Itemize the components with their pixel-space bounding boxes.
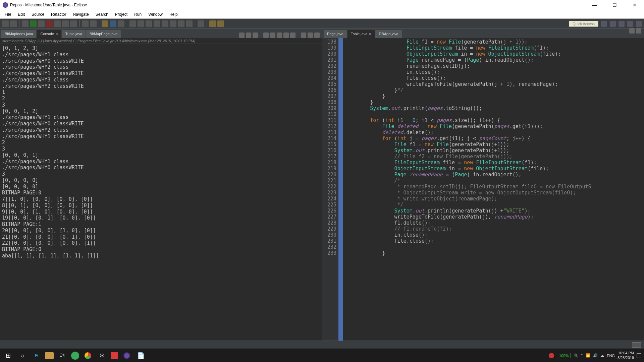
code-line: System.out.println(pages.toString()); <box>346 105 641 111</box>
step-into-button[interactable] <box>62 20 69 27</box>
power-icon[interactable]: 🔌 <box>574 353 578 358</box>
coverage-button[interactable] <box>82 20 89 27</box>
menu-run[interactable]: Run <box>131 12 145 17</box>
code-line: ObjectInputStream in = new ObjectInputSt… <box>346 51 641 57</box>
tab-table-java[interactable]: Table.java✕ <box>347 30 375 38</box>
tab-console[interactable]: Console✕ <box>37 30 61 38</box>
open-console-icon[interactable] <box>301 33 306 38</box>
menu-search[interactable]: Search <box>92 12 112 17</box>
word-wrap-icon[interactable] <box>277 33 282 38</box>
debug-button[interactable] <box>22 20 29 27</box>
remove-all-icon[interactable] <box>253 33 258 38</box>
notifications-icon[interactable] <box>637 353 641 358</box>
battery-indicator[interactable]: 100% <box>557 353 571 358</box>
maximize-view-icon[interactable] <box>314 33 320 38</box>
wifi-icon[interactable]: 📶 <box>586 353 590 358</box>
menu-help[interactable]: Help <box>166 12 181 17</box>
onedrive-icon[interactable]: ☁ <box>600 353 604 358</box>
minimize-editor-icon[interactable] <box>629 28 635 34</box>
annotation-button[interactable] <box>146 20 152 27</box>
start-button[interactable]: ⊞ <box>3 351 13 360</box>
new-class-button[interactable] <box>110 20 116 27</box>
pin-button[interactable] <box>198 20 204 27</box>
status-progress <box>632 342 641 348</box>
system-tray: 100% 🔌 ˄ 📶 🔊 ☁ ENG 10:04 PM 3/28/2019 <box>549 351 641 360</box>
search-button[interactable] <box>129 20 136 27</box>
perspective-other-2[interactable] <box>627 21 633 27</box>
new-package-button[interactable] <box>102 20 108 27</box>
menu-file[interactable]: File <box>1 12 14 17</box>
maximize-editor-icon[interactable] <box>636 28 641 34</box>
pin-console-icon[interactable] <box>283 33 289 38</box>
misc-button-5[interactable] <box>186 20 193 27</box>
close-icon[interactable]: ✕ <box>55 32 58 36</box>
volume-icon[interactable]: 🔊 <box>593 353 598 358</box>
eclipse-taskbar-icon[interactable] <box>121 351 132 360</box>
misc-button-1[interactable] <box>154 20 160 27</box>
forward-button[interactable] <box>217 20 224 27</box>
misc-button-2[interactable] <box>162 20 168 27</box>
tab-bitmapindex-java[interactable]: BitMapIndex.java <box>1 30 36 38</box>
tab-bitmappage-java[interactable]: BitMapPage.java <box>86 30 121 38</box>
code-area[interactable]: File f1 = new File(generatePath(j + 1));… <box>343 38 644 341</box>
tab-page-java[interactable]: Page.java <box>324 30 347 38</box>
perspective-other-3[interactable] <box>636 21 642 27</box>
toggle-button[interactable] <box>138 20 144 27</box>
code-line: file.close(); <box>346 75 641 81</box>
code-line: f1.delete(); <box>346 220 641 226</box>
clock[interactable]: 10:04 PM 3/28/2019 <box>618 351 634 360</box>
code-line: System.out.println(generatePath(j) +"WRI… <box>346 208 641 214</box>
menu-source[interactable]: Source <box>28 12 48 17</box>
remove-launch-icon[interactable] <box>246 33 251 38</box>
perspective-java[interactable] <box>601 21 607 27</box>
stop-button[interactable] <box>46 20 53 27</box>
tray-chevron-icon[interactable]: ˄ <box>581 353 583 358</box>
console-output[interactable]: [0, 1, 2, 3] ./src/pages/WHY1.class ./sr… <box>0 44 322 341</box>
open-type-button[interactable] <box>118 20 124 27</box>
tray-app-icon[interactable] <box>549 353 554 358</box>
menu-navigate[interactable]: Navigate <box>69 12 92 17</box>
menu-edit[interactable]: Edit <box>14 12 28 17</box>
pause-button[interactable] <box>38 20 45 27</box>
misc-button-3[interactable] <box>170 20 176 27</box>
edge-icon[interactable]: e <box>31 351 42 360</box>
perspective-debug[interactable] <box>610 21 616 27</box>
notepad-icon[interactable]: 📄 <box>136 351 146 360</box>
close-icon[interactable]: ✕ <box>369 32 371 36</box>
menu-window[interactable]: Window <box>145 12 166 17</box>
language-indicator[interactable]: ENG <box>607 354 615 358</box>
display-console-icon[interactable] <box>290 33 296 38</box>
menu-refactor[interactable]: Refactor <box>48 12 69 17</box>
back-button[interactable] <box>209 20 216 27</box>
store-icon[interactable]: 🛍 <box>57 351 68 360</box>
app-green-icon[interactable] <box>71 352 79 360</box>
minimize-view-icon[interactable] <box>308 33 313 38</box>
tab-tuple-java[interactable]: Tuple.java <box>62 30 86 38</box>
run-button[interactable] <box>30 20 37 27</box>
misc-button-4[interactable] <box>178 20 184 27</box>
maximize-button[interactable]: ☐ <box>608 0 621 10</box>
code-line: * write.writeObject(renamedPage); <box>346 196 641 202</box>
acrobat-icon[interactable] <box>111 352 118 359</box>
minimize-button[interactable]: — <box>588 0 601 10</box>
search-taskbar-icon[interactable]: ⌕ <box>17 351 28 360</box>
tab-dbapp-java[interactable]: DBApp.java <box>375 30 401 38</box>
new-button[interactable] <box>2 20 9 27</box>
mail-icon[interactable]: ✉ <box>97 351 107 360</box>
fold-bar[interactable] <box>339 38 343 341</box>
clear-console-icon[interactable] <box>263 33 269 38</box>
scroll-lock-icon[interactable] <box>270 33 275 38</box>
close-button[interactable]: ✕ <box>628 0 641 10</box>
step-button[interactable] <box>54 20 61 27</box>
external-tools-button[interactable] <box>90 20 97 27</box>
quick-access[interactable]: Quick Access <box>569 21 598 27</box>
explorer-icon[interactable] <box>45 352 54 359</box>
terminate-icon[interactable] <box>239 33 245 38</box>
perspective-other-1[interactable] <box>619 21 625 27</box>
menu-project[interactable]: Project <box>112 12 131 17</box>
step-over-button[interactable] <box>70 20 77 27</box>
chrome-icon[interactable] <box>83 351 93 360</box>
right-tabbar: Page.javaTable.java✕DBApp.java <box>322 29 644 38</box>
save-button[interactable] <box>10 20 17 27</box>
code-editor[interactable]: 198 199 200 201 202 203 204 205 206 207 … <box>322 38 644 341</box>
